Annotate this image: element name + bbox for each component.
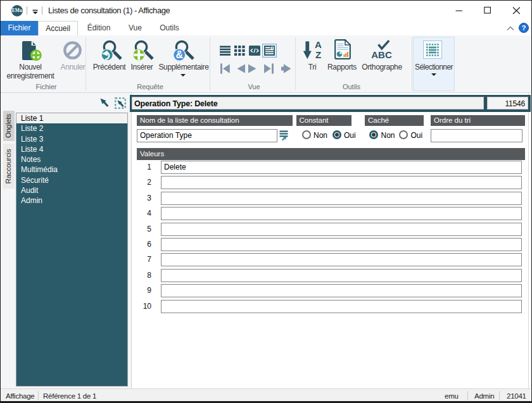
svg-text:ABC: ABC [371, 49, 392, 59]
svg-text:&: & [176, 49, 184, 60]
svg-text:A: A [315, 39, 322, 50]
svg-text:Z: Z [315, 49, 321, 60]
